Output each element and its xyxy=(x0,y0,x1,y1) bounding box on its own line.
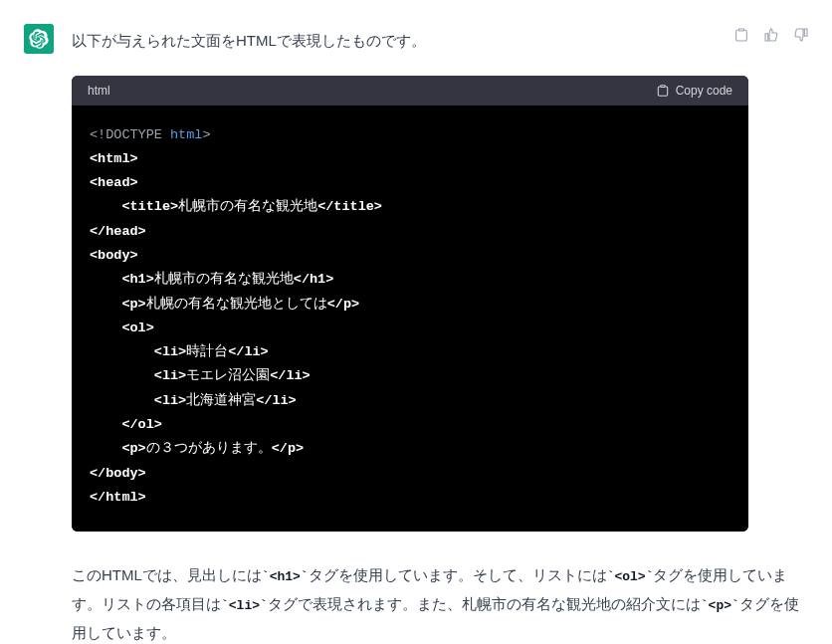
assistant-message: 以下が与えられた文面をHTMLで表現したものです。 html Copy code… xyxy=(24,24,812,644)
code-language-label: html xyxy=(88,84,110,98)
message-actions xyxy=(730,24,812,46)
code-line: <p>札幌の有名な観光地としては</p> xyxy=(90,293,730,317)
code-line: <li>北海道神宮</li> xyxy=(90,389,730,413)
svg-rect-1 xyxy=(738,29,743,31)
explanation-text: このHTMLでは、見出しには`<h1>`タグを使用しています。そして、リストには… xyxy=(72,561,808,644)
code-line: <!DOCTYPE html> xyxy=(90,123,730,147)
code-line: </html> xyxy=(90,486,730,510)
clipboard-icon xyxy=(733,27,749,43)
inline-code: `<p>` xyxy=(701,598,739,613)
thumbs-up-icon xyxy=(763,27,779,43)
code-line: <title>札幌市の有名な観光地</title> xyxy=(90,195,730,219)
code-line: </ol> xyxy=(90,413,730,437)
code-line: </body> xyxy=(90,462,730,486)
code-line: <ol> xyxy=(90,317,730,340)
inline-code: `<h1>` xyxy=(262,569,309,584)
thumbs-up-button[interactable] xyxy=(760,24,782,46)
intro-text: 以下が与えられた文面をHTMLで表現したものです。 xyxy=(72,28,812,54)
code-line: </head> xyxy=(90,220,730,244)
message-content: 以下が与えられた文面をHTMLで表現したものです。 html Copy code… xyxy=(72,24,812,644)
svg-rect-0 xyxy=(660,85,665,87)
openai-logo-icon xyxy=(29,29,49,49)
copy-code-label: Copy code xyxy=(676,84,732,98)
code-line: <html> xyxy=(90,147,730,171)
code-body: <!DOCTYPE html> <html> <head> <title>札幌市… xyxy=(72,106,748,533)
code-line: <li>時計台</li> xyxy=(90,340,730,364)
thumbs-down-button[interactable] xyxy=(790,24,812,46)
code-header: html Copy code xyxy=(72,76,748,106)
code-block: html Copy code <!DOCTYPE html> <html> <h… xyxy=(72,76,748,533)
code-line: <h1>札幌市の有名な観光地</h1> xyxy=(90,268,730,292)
copy-code-button[interactable]: Copy code xyxy=(656,84,732,98)
inline-code: `<li>` xyxy=(221,598,268,613)
code-line: <head> xyxy=(90,171,730,195)
code-line: <li>モエレ沼公園</li> xyxy=(90,364,730,388)
code-line: <p>の３つがあります。</p> xyxy=(90,437,730,461)
clipboard-icon xyxy=(656,84,670,98)
code-line: <body> xyxy=(90,244,730,268)
inline-code: `<ol>` xyxy=(607,569,654,584)
copy-message-button[interactable] xyxy=(730,24,752,46)
assistant-avatar xyxy=(24,24,54,54)
thumbs-down-icon xyxy=(793,27,809,43)
